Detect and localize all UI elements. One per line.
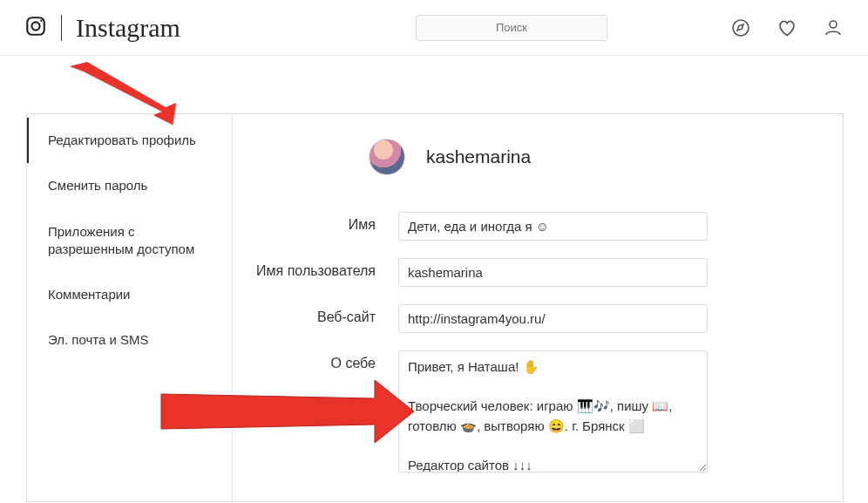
svg-point-1 — [31, 22, 39, 30]
brand-wordmark: Instagram — [76, 13, 180, 43]
avatar[interactable] — [369, 139, 405, 175]
heart-icon[interactable] — [776, 17, 798, 39]
label-bio: О себе — [233, 350, 398, 371]
header-actions — [730, 17, 844, 39]
row-website: Веб-сайт — [233, 304, 773, 333]
row-username: Имя пользователя — [233, 258, 773, 287]
app-header: Instagram — [0, 0, 868, 56]
input-username[interactable] — [398, 258, 708, 287]
svg-point-2 — [40, 20, 42, 22]
label-website: Веб-сайт — [233, 304, 398, 325]
camera-icon — [24, 15, 47, 40]
brand-separator — [61, 15, 62, 41]
settings-page: Редактировать профиль Сменить пароль При… — [26, 113, 844, 502]
search-input[interactable] — [416, 15, 607, 41]
settings-sidebar: Редактировать профиль Сменить пароль При… — [27, 114, 233, 501]
input-website[interactable] — [398, 304, 708, 333]
input-name[interactable] — [398, 212, 708, 241]
sidebar-item-email-sms[interactable]: Эл. почта и SMS — [27, 317, 232, 363]
row-bio: О себе — [233, 350, 773, 472]
sidebar-item-comments[interactable]: Комментарии — [27, 272, 232, 317]
profile-icon[interactable] — [823, 17, 844, 38]
textarea-bio[interactable] — [398, 350, 708, 472]
sidebar-item-change-password[interactable]: Сменить пароль — [27, 163, 232, 208]
settings-main: kashemarina Имя Имя пользователя Веб-сай… — [233, 114, 843, 501]
sidebar-item-authorized-apps[interactable]: Приложения с разрешенным доступом — [27, 209, 232, 273]
svg-point-5 — [830, 21, 837, 28]
profile-username: kashemarina — [426, 146, 531, 167]
brand[interactable]: Instagram — [24, 13, 180, 43]
explore-icon[interactable] — [730, 17, 751, 38]
row-name: Имя — [233, 212, 773, 241]
svg-marker-4 — [737, 24, 743, 31]
svg-point-3 — [733, 20, 749, 36]
profile-header: kashemarina — [369, 139, 773, 175]
label-username: Имя пользователя — [233, 258, 398, 279]
search-wrap — [416, 15, 607, 41]
sidebar-item-edit-profile[interactable]: Редактировать профиль — [27, 118, 232, 163]
label-name: Имя — [233, 212, 398, 233]
